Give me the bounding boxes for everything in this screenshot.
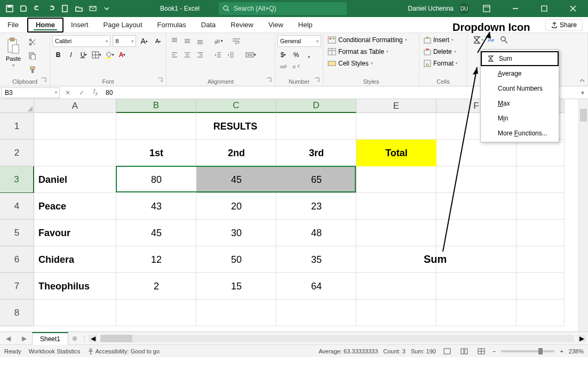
row-header-2[interactable]: 2	[0, 140, 34, 166]
cell-E4[interactable]	[356, 193, 436, 220]
tab-data[interactable]: Data	[194, 17, 223, 33]
vertical-scrollbar[interactable]	[578, 99, 588, 332]
increase-decimal-button[interactable]: .00	[277, 61, 289, 72]
cell-B2[interactable]	[116, 140, 196, 166]
tab-review[interactable]: Review	[223, 17, 261, 33]
cell-E1[interactable]	[356, 113, 436, 140]
cell-D4[interactable]	[276, 193, 356, 220]
autosave-toggle[interactable]	[3, 2, 16, 15]
menu-item-sum[interactable]: Sum	[481, 51, 559, 66]
sheet-nav-prev[interactable]: ◀	[0, 335, 16, 342]
zoom-slider[interactable]	[501, 350, 554, 352]
cell-F6[interactable]	[436, 246, 517, 273]
font-name-select[interactable]: Calibri▾	[52, 35, 110, 47]
find-select-button[interactable]	[498, 34, 510, 46]
cell-F4[interactable]	[436, 193, 517, 220]
cell-A2[interactable]	[34, 140, 116, 166]
cell-D8[interactable]	[276, 300, 356, 326]
format-cells-button[interactable]: Format▾	[422, 58, 465, 69]
italic-button[interactable]: I	[65, 49, 77, 61]
email-icon[interactable]	[86, 2, 99, 15]
cell-A7[interactable]	[34, 273, 116, 300]
tab-help[interactable]: Help	[291, 17, 320, 33]
status-accessibility[interactable]: Accessibility: Good to go	[88, 348, 160, 354]
cell-F7[interactable]	[436, 273, 517, 300]
alignment-launcher[interactable]	[266, 77, 273, 84]
number-launcher[interactable]	[314, 77, 321, 84]
cell-C1[interactable]	[196, 113, 276, 140]
decrease-decimal-button[interactable]: .0	[290, 61, 302, 72]
column-header-C[interactable]: C	[196, 99, 276, 113]
cell-G4[interactable]	[517, 193, 565, 220]
view-page-break-button[interactable]	[475, 346, 487, 356]
cell-C4[interactable]	[196, 193, 276, 220]
tab-home[interactable]: Home	[27, 18, 63, 33]
cell-C2[interactable]	[196, 140, 276, 166]
new-icon[interactable]	[59, 2, 71, 15]
column-header-D[interactable]: D	[276, 99, 356, 113]
cell-G2[interactable]	[517, 140, 565, 166]
paste-button[interactable]: Paste ▾	[2, 35, 25, 76]
conditional-formatting-button[interactable]: Conditional Formatting▾	[325, 34, 417, 46]
underline-button[interactable]: U▾	[78, 49, 90, 61]
search-box[interactable]: Search (Alt+Q)	[219, 2, 347, 15]
cell-G3[interactable]	[517, 166, 565, 193]
cell-D5[interactable]	[276, 220, 356, 246]
cell-G5[interactable]	[517, 220, 565, 246]
cell-D2[interactable]	[276, 140, 356, 166]
cell-G8[interactable]	[517, 300, 565, 326]
zoom-out-button[interactable]: −	[492, 348, 496, 354]
cell-B3[interactable]	[116, 166, 196, 193]
decrease-indent-button[interactable]	[212, 49, 224, 61]
cell-E2[interactable]	[356, 140, 436, 166]
row-header-8[interactable]: 8	[0, 300, 34, 326]
fill-color-button[interactable]: ▾	[104, 49, 115, 61]
cell-D3[interactable]	[276, 166, 356, 193]
border-button[interactable]: ▾	[91, 49, 102, 61]
autosum-button[interactable]: ▾	[473, 34, 483, 46]
redo-icon[interactable]	[45, 2, 58, 15]
cell-C7[interactable]	[196, 273, 276, 300]
cell-D1[interactable]	[276, 113, 356, 140]
cell-A4[interactable]	[34, 193, 116, 220]
font-launcher[interactable]	[157, 77, 164, 84]
cell-F3[interactable]	[436, 166, 517, 193]
merge-center-button[interactable]: ▾	[243, 49, 258, 61]
hscroll-left[interactable]: ◀	[89, 335, 97, 342]
bold-button[interactable]: B	[52, 49, 64, 61]
cell-B8[interactable]	[116, 300, 196, 326]
cancel-formula-button[interactable]: ✕	[61, 87, 75, 98]
enter-formula-button[interactable]: ✓	[75, 87, 89, 98]
name-box[interactable]: B3▾	[1, 87, 60, 98]
column-header-A[interactable]: A	[34, 99, 116, 113]
tab-view[interactable]: View	[261, 17, 291, 33]
row-header-7[interactable]: 7	[0, 273, 34, 300]
cell-A3[interactable]	[34, 166, 116, 193]
increase-font-button[interactable]: A▴	[138, 35, 150, 47]
open-icon[interactable]	[73, 2, 85, 15]
maximize-icon[interactable]	[533, 0, 556, 17]
ribbon-display-options-icon[interactable]	[475, 0, 498, 17]
quick-access-more[interactable]	[100, 2, 113, 15]
tab-formulas[interactable]: Formulas	[150, 17, 194, 33]
row-header-5[interactable]: 5	[0, 220, 34, 246]
cell-C8[interactable]	[196, 300, 276, 326]
accounting-format-button[interactable]: $▾	[277, 49, 289, 61]
menu-item-min[interactable]: Min	[481, 111, 559, 126]
align-center-button[interactable]	[181, 49, 193, 61]
zoom-in-button[interactable]: +	[560, 348, 563, 354]
align-bottom-button[interactable]	[194, 35, 206, 47]
cell-F2[interactable]	[436, 140, 517, 166]
close-icon[interactable]	[561, 0, 585, 17]
user-avatar[interactable]: DU	[459, 3, 470, 14]
cell-styles-button[interactable]: Cell Styles▾	[325, 58, 417, 69]
align-right-button[interactable]	[194, 49, 206, 61]
copy-button[interactable]	[27, 50, 38, 62]
row-header-4[interactable]: 4	[0, 193, 34, 220]
cell-B1[interactable]	[116, 113, 196, 140]
cell-B7[interactable]	[116, 273, 196, 300]
cell-E5[interactable]	[356, 220, 436, 246]
cell-E8[interactable]	[356, 300, 436, 326]
cell-A1[interactable]	[34, 113, 116, 140]
collapse-ribbon-button[interactable]	[579, 77, 585, 84]
